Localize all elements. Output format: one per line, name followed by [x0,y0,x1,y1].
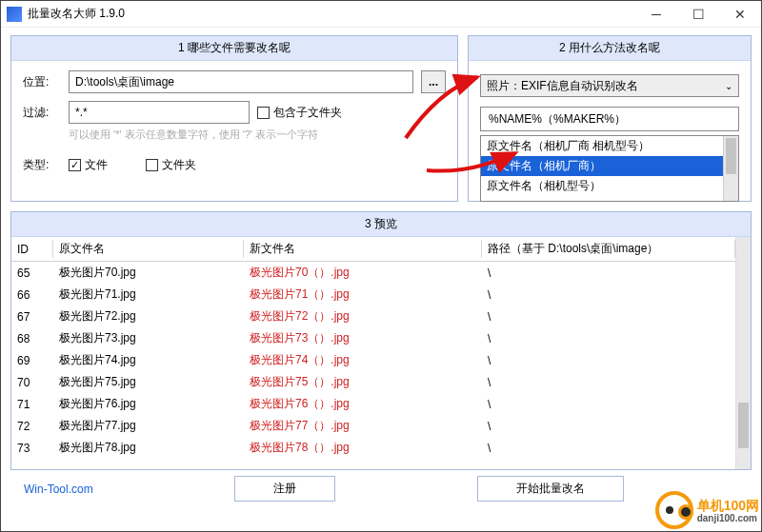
col-path[interactable]: 路径（基于 D:\tools\桌面\image） [482,237,735,262]
include-subfolders-checkbox[interactable]: 包含子文件夹 [257,105,342,121]
table-row[interactable]: 70极光图片75.jpg极光图片75（）.jpg\ [11,371,735,393]
checkbox-box-unchecked [146,159,158,171]
cell-new: 极光图片77（）.jpg [244,415,482,437]
cell-new: 极光图片73（）.jpg [244,327,482,349]
cell-new: 极光图片72（）.jpg [244,305,482,327]
panel-preview: 3 预览 ID 原文件名 新文件名 路径（基于 D:\tools\桌面\imag… [10,211,752,470]
cell-old: 极光图片74.jpg [53,349,244,371]
table-row[interactable]: 68极光图片73.jpg极光图片73（）.jpg\ [11,327,735,349]
cell-id: 68 [11,327,53,349]
cell-path: \ [482,327,735,349]
cell-old: 极光图片71.jpg [53,284,244,305]
cell-new: 极光图片75（）.jpg [244,371,482,393]
type-folder-checkbox[interactable]: 文件夹 [146,157,196,173]
location-input[interactable] [69,70,413,93]
pattern-option[interactable]: 原文件名（相机厂商 相机型号） [481,136,723,156]
maximize-button[interactable]: ☐ [677,1,719,28]
cell-path: \ [482,371,735,393]
cell-path: \ [482,415,735,437]
table-row[interactable]: 66极光图片71.jpg极光图片71（）.jpg\ [11,284,735,305]
table-row[interactable]: 72极光图片77.jpg极光图片77（）.jpg\ [11,415,735,437]
start-rename-button[interactable]: 开始批量改名 [477,476,624,502]
cell-id: 67 [11,305,53,327]
cell-old: 极光图片72.jpg [53,305,244,327]
method-dropdown[interactable]: 照片：EXIF信息自动识别改名 ⌄ [480,74,739,97]
cell-path: \ [482,437,735,459]
cell-new: 极光图片76（）.jpg [244,393,482,415]
cell-path: \ [482,284,735,305]
scrollbar-thumb[interactable] [738,403,749,448]
website-link[interactable]: Win-Tool.com [24,483,93,496]
cell-path: \ [482,305,735,327]
include-subfolders-label: 包含子文件夹 [273,105,342,121]
cell-id: 70 [11,371,53,393]
panel-rename-method: 2 用什么方法改名呢 照片：EXIF信息自动识别改名 ⌄ %NAME%（%MAK… [468,35,752,202]
type-folder-label: 文件夹 [162,157,196,173]
watermark-logo: 单机100网 danji100.com [655,491,759,529]
cell-id: 72 [11,415,53,437]
col-new[interactable]: 新文件名 [244,237,482,262]
cell-id: 73 [11,437,53,459]
close-button[interactable]: ✕ [719,1,761,28]
panel-right-title: 2 用什么方法改名呢 [469,36,751,61]
browse-button[interactable]: ... [421,70,446,93]
cell-path: \ [482,349,735,371]
cell-id: 69 [11,349,53,371]
table-row[interactable]: 71极光图片76.jpg极光图片76（）.jpg\ [11,393,735,415]
cell-new: 极光图片78（）.jpg [244,437,482,459]
cell-old: 极光图片73.jpg [53,327,244,349]
cell-id: 66 [11,284,53,305]
type-file-checkbox[interactable]: 文件 [69,157,108,173]
checkbox-box-checked [69,159,81,171]
location-label: 位置: [23,74,61,90]
cell-old: 极光图片77.jpg [53,415,244,437]
cell-old: 极光图片78.jpg [53,437,244,459]
preview-scrollbar[interactable] [735,237,751,469]
panel-preview-title: 3 预览 [11,212,751,237]
cell-new: 极光图片71（）.jpg [244,284,482,305]
filter-hint: 可以使用 '*' 表示任意数量字符，使用 '?' 表示一个字符 [69,128,446,142]
type-label: 类型: [23,157,61,173]
col-id[interactable]: ID [11,237,53,262]
table-row[interactable]: 67极光图片72.jpg极光图片72（）.jpg\ [11,305,735,327]
cell-old: 极光图片70.jpg [53,262,244,285]
cell-old: 极光图片76.jpg [53,393,244,415]
chevron-down-icon: ⌄ [725,81,732,91]
cell-new: 极光图片74（）.jpg [244,349,482,371]
table-row[interactable]: 69极光图片74.jpg极光图片74（）.jpg\ [11,349,735,371]
filter-input[interactable] [69,101,250,124]
filter-label: 过滤: [23,105,61,121]
panel-left-title: 1 哪些文件需要改名呢 [11,36,457,61]
register-button[interactable]: 注册 [234,476,335,502]
pattern-option[interactable]: 原文件名（相机厂商） [481,156,723,176]
cell-new: 极光图片70（）.jpg [244,262,482,285]
type-file-label: 文件 [85,157,108,173]
minimize-button[interactable]: ─ [635,1,677,28]
cell-id: 71 [11,393,53,415]
pattern-options-list[interactable]: 原文件名（相机厂商 相机型号）原文件名（相机厂商）原文件名（相机型号） [480,135,739,202]
col-old[interactable]: 原文件名 [53,237,244,262]
scrollbar-thumb[interactable] [726,138,736,174]
cell-old: 极光图片75.jpg [53,371,244,393]
preview-table[interactable]: ID 原文件名 新文件名 路径（基于 D:\tools\桌面\image） 65… [11,237,735,459]
table-row[interactable]: 73极光图片78.jpg极光图片78（）.jpg\ [11,437,735,459]
panel-source-files: 1 哪些文件需要改名呢 位置: ... 过滤: 包含子文件夹 可以使用 '*' … [10,35,458,202]
cell-path: \ [482,262,735,285]
cell-path: \ [482,393,735,415]
dropdown-selected-text: 照片：EXIF信息自动识别改名 [487,78,638,94]
pattern-input[interactable]: %NAME%（%MAKER%） [480,107,739,131]
checkbox-box-unchecked [257,107,270,119]
listbox-scrollbar[interactable] [723,136,738,201]
app-icon [7,7,22,22]
table-row[interactable]: 65极光图片70.jpg极光图片70（）.jpg\ [11,262,735,285]
window-title: 批量改名大师 1.9.0 [28,6,635,22]
cell-id: 65 [11,262,53,285]
pattern-option[interactable]: 原文件名（相机型号） [481,176,723,196]
